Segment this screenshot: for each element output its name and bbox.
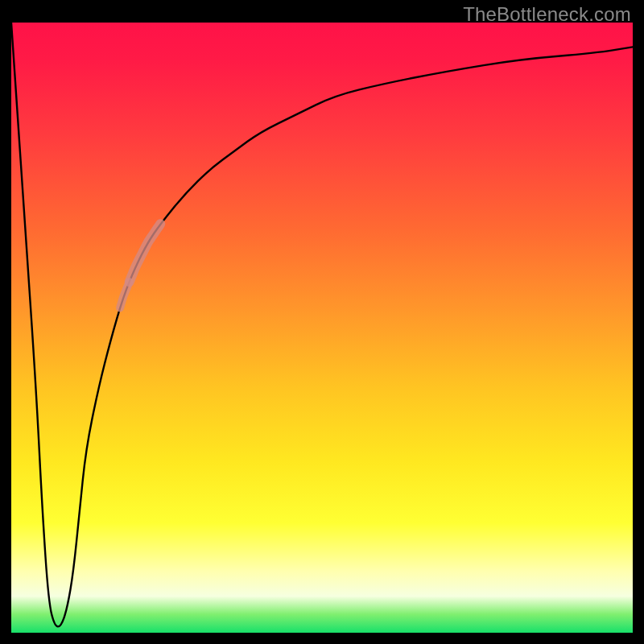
attribution-label: TheBottleneck.com bbox=[463, 3, 631, 26]
plot-frame bbox=[11, 23, 633, 633]
highlight-lower-dot bbox=[120, 282, 130, 308]
highlight-upper-segment bbox=[130, 224, 161, 282]
chart-stage: TheBottleneck.com bbox=[0, 0, 644, 644]
bottleneck-curve bbox=[11, 23, 633, 626]
plot-area bbox=[11, 23, 633, 633]
curve-layer bbox=[11, 23, 633, 633]
